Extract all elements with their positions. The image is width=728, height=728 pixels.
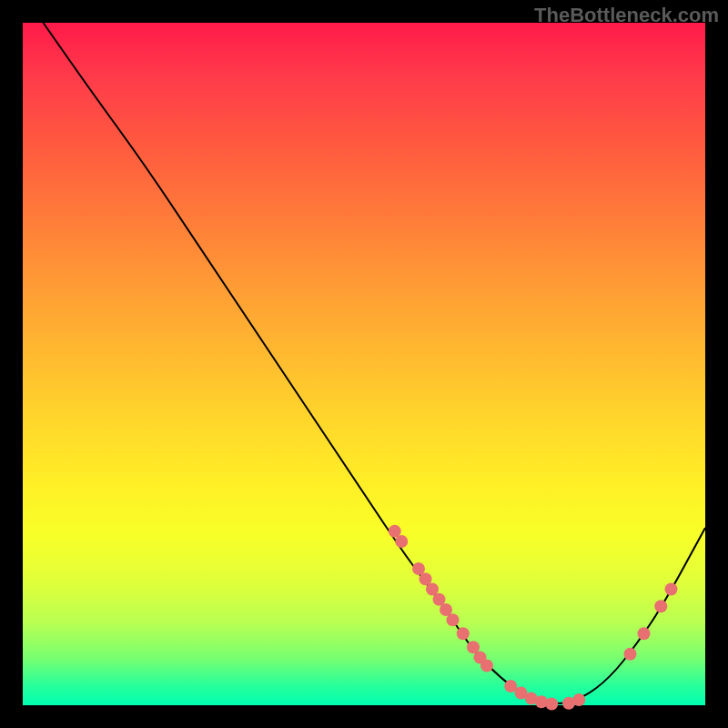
chart-gradient-background <box>23 23 705 705</box>
watermark-text: TheBottleneck.com <box>534 4 719 27</box>
data-point-marker <box>480 660 493 672</box>
data-point-marker <box>457 627 470 640</box>
data-point-marker <box>572 693 585 706</box>
data-point-marker <box>624 648 637 661</box>
bottleneck-curve-line <box>44 23 706 703</box>
data-point-marker <box>638 627 651 640</box>
data-point-marker <box>545 698 558 711</box>
data-point-marker <box>665 583 678 596</box>
data-point-markers <box>389 525 678 711</box>
data-point-marker <box>447 613 460 626</box>
data-point-marker <box>395 535 408 548</box>
data-point-marker <box>654 600 667 612</box>
bottleneck-chart <box>23 23 705 705</box>
